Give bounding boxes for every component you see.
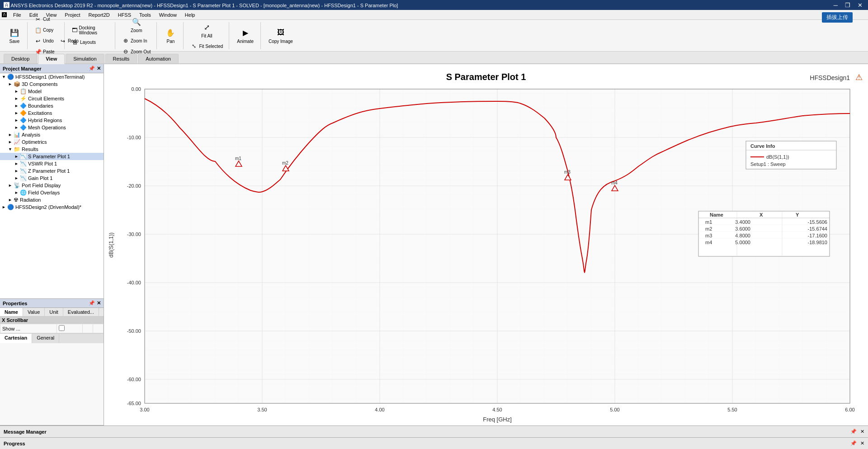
tree-arrow[interactable]: ► [8,82,14,86]
tab-view[interactable]: View [38,54,65,64]
tree-node-analysis[interactable]: ► 📊 Analysis [0,131,104,138]
tree-node-circuit[interactable]: ► ⚡ Circuit Elements [0,95,104,102]
tree-arrow[interactable]: ► [14,190,20,195]
tab-general[interactable]: General [32,334,59,343]
tree-arrow[interactable]: ► [14,154,20,159]
tree-arrow[interactable]: ► [14,111,20,115]
tab-cartesian[interactable]: Cartesian [0,334,32,343]
pin-icon[interactable]: 📌 [89,66,95,71]
progress-close-icon[interactable]: ✕ [860,440,864,446]
message-close-icon[interactable]: ✕ [860,429,864,435]
tree-node-boundaries[interactable]: ► 🔷 Boundaries [0,102,104,109]
tree-icon-model: 📋 [20,88,27,95]
tree-label-fieldoverlays: Field Overlays [28,190,60,195]
pan-button[interactable]: ✋ Pan [161,25,179,46]
layouts-button[interactable]: ⊞ Layouts [69,38,111,47]
marker-table-col-name: Name [710,212,723,217]
progress-bar-area: Progress 📌 ✕ [0,437,868,449]
title-bar-text: ANSYS Electronics Desktop 2019 R2 - mono… [10,3,398,8]
tree-node-optimetrics[interactable]: ► 📈 Optimetrics [0,138,104,146]
pin-icon[interactable]: 📌 [89,300,95,306]
tree-arrow[interactable]: ► [8,140,14,144]
fit-all-button[interactable]: ⤢ Fit All [189,20,225,40]
tree-node-results[interactable]: ▼ 📁 Results [0,146,104,153]
tree-node-excitations[interactable]: ► 🔶 Excitations [0,109,104,117]
props-tab-value[interactable]: Value [23,308,45,316]
tree-node-meshops[interactable]: ► 🔷 Mesh Operations [0,124,104,131]
tree-node-portfield[interactable]: ► 📡 Port Field Display [0,182,104,189]
copy-button[interactable]: 📋 Copy [32,25,61,35]
cut-button[interactable]: ✂ Cut [32,14,61,24]
undo-button[interactable]: ↩ Undo [32,36,56,46]
copy-image-button[interactable]: 🖼 Copy Image [265,25,296,46]
tree-label-hybridregions: Hybrid Regions [28,118,62,123]
tree-arrow[interactable]: ► [2,205,7,209]
props-tab-name[interactable]: Name [0,308,23,316]
restore-button[interactable]: ❐ [843,2,852,9]
props-cell-value[interactable] [57,324,83,333]
tree-node-sparamplot[interactable]: ► 📉 S Parameter Plot 1 [0,153,104,160]
tree-node-3dcomponents[interactable]: ► 📦 3D Components [0,80,104,88]
tree-arrow[interactable]: ► [14,161,20,166]
tree-icon-3d: 📦 [14,81,20,87]
mt-m3-name: m3 [705,233,712,238]
tree-node-model[interactable]: ► 📋 Model [0,88,104,95]
tree-arrow[interactable]: ► [14,176,20,180]
tree-arrow[interactable]: ► [14,169,20,173]
tree-arrow[interactable]: ► [8,132,14,137]
tree-arrow[interactable]: ► [14,118,20,123]
tree-node-hfssdesign1[interactable]: ▼ 🔵 HFSSDesign1 (DrivenTerminal) [0,73,104,80]
tree-arrow[interactable]: ► [14,96,20,101]
close-button[interactable]: ✕ [856,2,864,9]
tree-node-fieldoverlays[interactable]: ► 🌐 Field Overlays [0,189,104,196]
menu-help[interactable]: Help [181,11,199,19]
menu-file[interactable]: File [9,11,25,19]
tree-node-radiation[interactable]: ► ☢ Radiation [0,196,104,203]
tree-arrow[interactable]: ► [8,198,14,202]
props-tab-unit[interactable]: Unit [45,308,63,316]
zoom-in-button[interactable]: ⊕ Zoom In [120,36,153,46]
tree-arrow[interactable]: ► [8,183,14,188]
tree-node-hfssdesign2[interactable]: ► 🔵 HFSSDesign2 (DrivenModal)* [0,203,104,211]
tree-icon-excitations: 🔶 [20,110,27,116]
minimize-button[interactable]: ─ [832,2,840,9]
progress-pin-icon[interactable]: 📌 [850,440,857,446]
tree-node-hybridregions[interactable]: ► 🔷 Hybrid Regions [0,117,104,124]
tree-arrow[interactable]: ► [14,125,20,130]
tab-desktop[interactable]: Desktop [4,54,37,63]
save-button[interactable]: 💾 Save [5,25,24,46]
menu-report2d[interactable]: Report2D [85,11,113,19]
tree-icon-sparamplot: 📉 [20,153,27,160]
message-manager: Message Manager 📌 ✕ [0,425,868,437]
animate-button[interactable]: ▶ Animate [234,25,257,46]
toolbar-animate-group: ▶ Animate [230,22,261,49]
menu-project[interactable]: Project [61,11,84,19]
tree-arrow[interactable]: ▼ [8,147,14,151]
props-checkbox[interactable] [59,325,65,331]
tree-icon-radiation: ☢ [14,197,19,203]
close-icon[interactable]: ✕ [97,300,101,306]
tree-label-hfssdesign1: HFSSDesign1 (DrivenTerminal) [15,74,85,80]
zoom-button[interactable]: 🔍 Zoom [127,14,146,35]
tree-node-vswr[interactable]: ► 📉 VSWR Plot 1 [0,160,104,167]
tree-node-gainplot[interactable]: ► 📉 Gain Plot 1 [0,175,104,182]
docking-windows-button[interactable]: 🗔 Docking Windows [69,24,111,37]
toolbar-save-group: 💾 Save [2,22,28,49]
tab-results[interactable]: Results [105,54,137,63]
menu-window[interactable]: Window [156,11,180,19]
tree-arrow[interactable]: ▼ [2,75,7,79]
tree-node-zparam[interactable]: ► 📉 Z Parameter Plot 1 [0,167,104,175]
tree-arrow[interactable]: ► [14,104,20,108]
tab-automation[interactable]: Automation [138,54,179,63]
tree-arrow[interactable]: ► [14,89,20,94]
fit-selected-button[interactable]: ⤡ Fit Selected [188,41,225,51]
cn-upload-button[interactable]: 插拔上传 [822,12,853,23]
properties-panel: Properties 📌 ✕ Name Value Unit Evaluated… [0,299,104,425]
marker-table-col-x: X [760,212,763,217]
props-tab-evaluated[interactable]: Evaluated... [63,308,99,316]
close-icon[interactable]: ✕ [97,66,101,71]
message-pin-icon[interactable]: 📌 [850,429,857,435]
tree-container[interactable]: ▼ 🔵 HFSSDesign1 (DrivenTerminal) ► 📦 3D … [0,73,104,298]
tree-label-3d: 3D Components [22,81,58,87]
tab-simulation[interactable]: Simulation [66,54,104,63]
